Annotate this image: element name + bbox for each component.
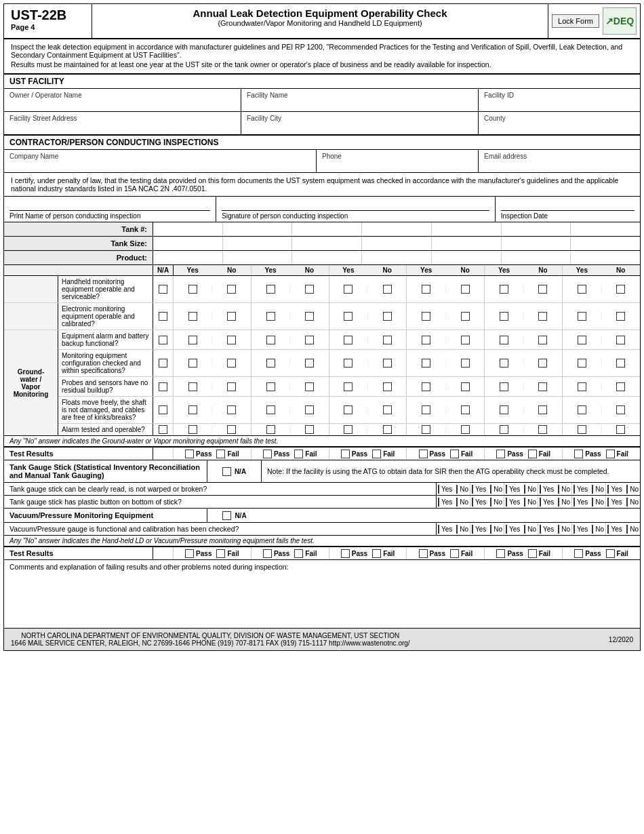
tank-size-5[interactable] [432, 237, 502, 250]
tg-yesno-1-2: Yes No [470, 483, 504, 495]
gw-yesno-1-4 [407, 276, 485, 302]
page-number: Page 4 [11, 23, 85, 31]
gw-no-cb-2-5[interactable] [538, 312, 547, 321]
signature-label: Signature of person conducting inspectio… [222, 212, 489, 220]
print-name-line[interactable] [9, 199, 210, 211]
comments-area[interactable] [4, 574, 640, 628]
inspection-date-label: Inspection Date [501, 212, 635, 220]
vac-yesno-1-1: Yes No [437, 523, 470, 535]
product-1[interactable] [153, 251, 223, 264]
vacuum-na-cb[interactable] [222, 511, 231, 520]
gw-yes-cb-1-2[interactable] [266, 285, 275, 294]
inspection-date-cell: Inspection Date [496, 197, 640, 222]
gw-na-cb-2[interactable] [159, 312, 167, 321]
tg-yesno-1-5: Yes No [572, 483, 606, 495]
gw-question-6: Floats move freely, the shaft is not dam… [58, 397, 153, 423]
county-label: County [484, 115, 635, 122]
gw-yes-cb-1-6[interactable] [578, 285, 586, 294]
tank-size-3[interactable] [292, 237, 362, 250]
gw-yes-cb-2-3[interactable] [344, 312, 353, 321]
facility-id-value[interactable] [484, 99, 635, 108]
product-4[interactable] [362, 251, 432, 264]
gw-na-cb-6[interactable] [159, 405, 167, 414]
tank-size-2[interactable] [223, 237, 293, 250]
product-5[interactable] [432, 251, 502, 264]
tank-num-2[interactable] [223, 222, 293, 236]
gw-no-cb-2-4[interactable] [461, 312, 470, 321]
gw-na-cb-7[interactable] [159, 425, 167, 434]
gw-na-cb-5[interactable] [159, 382, 167, 391]
col-no-1: No [212, 265, 250, 275]
gw-no-cb-1-4[interactable] [461, 285, 470, 294]
inspection-date-line[interactable] [501, 199, 635, 211]
tank-num-4[interactable] [362, 222, 432, 236]
signature-line[interactable] [222, 199, 489, 211]
tank-size-4[interactable] [362, 237, 432, 250]
gw-yes-cb-1-4[interactable] [422, 285, 430, 294]
owner-operator-value[interactable] [9, 99, 235, 108]
gw-no-cb-1-2[interactable] [305, 285, 314, 294]
gw-yes-cb-2-6[interactable] [578, 312, 586, 321]
gw-no-cb-1-1[interactable] [227, 285, 236, 294]
col-yes-5: Yes [485, 265, 523, 275]
gw-yes-cb-1-3[interactable] [344, 285, 353, 294]
tr1-group-4: Pass Fail [407, 448, 485, 460]
gw-na-cb-3[interactable] [159, 336, 167, 344]
lock-form-button[interactable]: Lock Form [552, 14, 599, 28]
gw-yes-cb-1-1[interactable] [188, 285, 197, 294]
street-address-label: Facility Street Address [9, 115, 235, 122]
gw-question-5: Probes and sensors have no residual buil… [58, 377, 153, 396]
facility-name-label: Facility Name [247, 92, 472, 99]
tank-num-7[interactable] [571, 222, 640, 236]
gw-yes-cb-2-1[interactable] [188, 312, 197, 321]
tank-num-1[interactable] [153, 222, 223, 236]
gw-no-cb-1-3[interactable] [383, 285, 392, 294]
gw-row-1: Handheld monitoring equipment operable a… [4, 276, 640, 303]
city-value[interactable] [247, 122, 472, 132]
product-2[interactable] [223, 251, 293, 264]
gw-yes-cb-3-1[interactable] [188, 336, 197, 344]
facility-name-cell: Facility Name [241, 89, 479, 111]
col-no-3: No [368, 265, 406, 275]
county-value[interactable] [484, 122, 635, 132]
gw-yes-cb-2-2[interactable] [266, 312, 275, 321]
product-6[interactable] [502, 251, 571, 264]
facility-name-value[interactable] [247, 99, 472, 108]
tank-size-6[interactable] [502, 237, 571, 250]
product-7[interactable] [571, 251, 640, 264]
tank-num-3[interactable] [292, 222, 362, 236]
gw-yes-cb-2-4[interactable] [422, 312, 430, 321]
tr1-fail-cb-1[interactable] [216, 450, 225, 458]
gw-yes-cb-2-5[interactable] [500, 312, 508, 321]
email-value[interactable] [484, 160, 635, 170]
tank-size-1[interactable] [153, 237, 223, 250]
gw-yesno-2-4 [407, 303, 485, 330]
tank-size-7[interactable] [571, 237, 640, 250]
street-address-cell: Facility Street Address [4, 112, 241, 134]
gw-yes-cb-1-5[interactable] [500, 285, 508, 294]
gw-na-cb-4[interactable] [159, 359, 167, 368]
tr1-pass-cb-1[interactable] [185, 450, 194, 458]
vac-yesno-1-5: Yes No [572, 523, 606, 535]
tank-num-6[interactable] [502, 222, 571, 236]
company-name-value[interactable] [9, 160, 310, 170]
tank-gauge-na-cb[interactable] [222, 467, 231, 476]
tg-yesno-1-1: Yes No [437, 483, 470, 495]
gw-na-cb-1[interactable] [159, 285, 167, 294]
gw-no-cb-3-1[interactable] [227, 336, 236, 344]
gw-row-4: Monitoring equipment configuration check… [58, 350, 640, 377]
footer-text: NORTH CAROLINA DEPARTMENT OF ENVIRONMENT… [11, 632, 410, 647]
street-address-value[interactable] [9, 122, 235, 132]
gw-no-cb-2-3[interactable] [383, 312, 392, 321]
tr2-group-2: Pass Fail [251, 547, 329, 559]
tank-num-5[interactable] [432, 222, 502, 236]
gw-no-cb-1-6[interactable] [616, 285, 625, 294]
gw-question-3: Equipment alarm and battery backup funct… [58, 330, 153, 349]
gw-no-cb-2-1[interactable] [227, 312, 236, 321]
product-3[interactable] [292, 251, 362, 264]
gw-no-cb-2-2[interactable] [305, 312, 314, 321]
gw-no-cb-1-5[interactable] [538, 285, 547, 294]
category-label-1 [4, 276, 58, 302]
gw-no-cb-2-6[interactable] [616, 312, 625, 321]
phone-value[interactable] [322, 160, 472, 170]
